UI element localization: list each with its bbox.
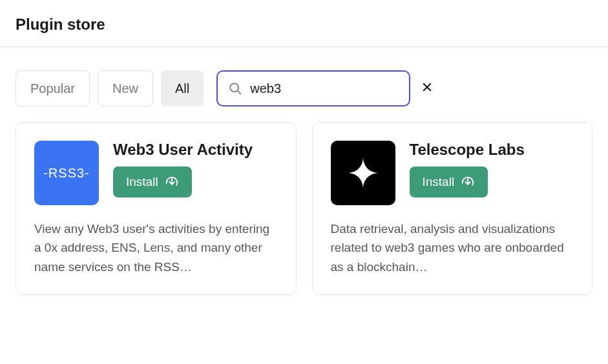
search-icon (228, 81, 242, 96)
filter-popular[interactable]: Popular (16, 70, 90, 106)
install-button[interactable]: Install (113, 167, 192, 197)
plugin-description: View any Web3 user's activities by enter… (34, 219, 278, 276)
plugin-description: Data retrieval, analysis and visualizati… (331, 219, 574, 276)
clear-icon[interactable] (421, 81, 433, 96)
plugin-title: Web3 User Activity (113, 141, 253, 159)
search-field[interactable] (216, 70, 410, 106)
download-icon (165, 175, 179, 189)
plugin-card: Telescope Labs Install Data retrieval, a… (312, 122, 593, 295)
page-title: Plugin store (16, 15, 592, 34)
sparkle-icon (343, 153, 383, 193)
plugin-cards: -RSS3- Web3 User Activity Install View a… (0, 122, 608, 295)
plugin-card: -RSS3- Web3 User Activity Install View a… (16, 122, 297, 295)
install-label: Install (126, 175, 158, 189)
download-icon (461, 175, 475, 189)
plugin-logo-text: -RSS3- (43, 166, 90, 181)
search-input[interactable] (250, 81, 414, 96)
plugin-logo-telescope (331, 141, 395, 205)
plugin-title: Telescope Labs (410, 141, 525, 159)
svg-line-1 (238, 91, 241, 94)
install-label: Install (423, 175, 455, 189)
install-button[interactable]: Install (410, 167, 488, 197)
controls-bar: Popular New All (0, 47, 608, 122)
plugin-logo-rss3: -RSS3- (34, 141, 99, 205)
filter-new[interactable]: New (98, 70, 153, 106)
filter-all[interactable]: All (161, 70, 204, 106)
